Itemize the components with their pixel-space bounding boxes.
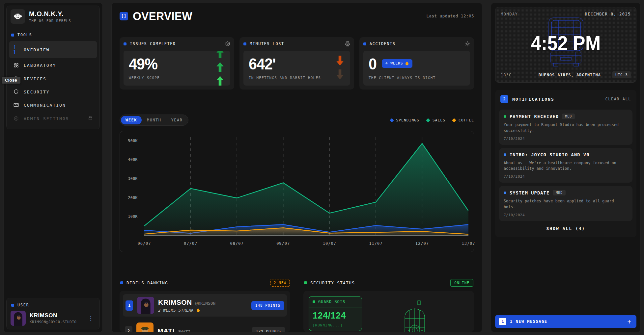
chart-canvas[interactable] [144,137,468,236]
legend-sales[interactable]: SALES [427,118,445,122]
x-tick-label: 07/07 [184,241,197,246]
trend-up-arrows-icon [216,51,224,86]
guard-bots-box: GUARD BOTS 124/124 [RUNNING...] [309,296,362,331]
badge-label: 4 WEEKS [385,61,403,65]
status-dot [504,192,506,194]
stat-card-accidents: ACCIDENTS 0 4 WEEKS [359,37,474,90]
legend-label: SALES [433,118,445,122]
user-avatar [11,311,26,326]
notification-title: PAYMENT RECEIVED [510,114,559,119]
sidebar-item-admin-settings[interactable]: ADMIN SETTINGS [9,112,97,125]
sidebar-item-label: OVERVIEW [24,47,50,52]
security-body: GUARD BOTS 124/124 [RUNNING...] FIREWALL [303,291,474,332]
ranking-title: REBELS RANKING [126,280,168,285]
ranking-row-1[interactable]: 1 KRIMSON @KRIMSON [123,294,287,317]
tools-section-label: TOOLS [7,27,99,40]
stat-title: ISSUES COMPLETED [130,41,176,46]
stats-row: ISSUES COMPLETED 49% WEEKLY SCOPE [120,37,474,90]
priority-badge: MED [562,114,575,119]
notifications-header: 2 NOTIFICATIONS CLEAR ALL [499,94,632,106]
green-square-icon [304,281,307,284]
tab-week[interactable]: WEEK [121,116,142,124]
rank-badge: 1 [126,300,133,311]
sidebar-item-overview[interactable]: [ ] OVERVIEW [9,41,97,58]
player-name: MATI [157,327,175,332]
new-message-bar[interactable]: 1 1 NEW MESSAGE + [495,315,636,328]
player-name: KRIMSON [158,298,192,306]
brackets-icon: [ ] [13,45,19,55]
ranking-row-2[interactable]: 2 MATI @MATI [123,321,287,332]
legend-coffee[interactable]: COFFEE [453,118,474,122]
bottom-panels: REBELS RANKING 2 NEW 1 [120,278,474,332]
user-info: KRIMSON KRIMSON@JOYCO.STUDIO [30,312,76,324]
notification-title: INTRO: JOYCO STUDIO AND V0 [510,152,590,157]
envelope-icon [13,102,19,108]
security-status-panel: SECURITY STATUS ONLINE GUARD BOTS 124/12… [303,278,474,332]
legend-label: COFFEE [459,118,474,122]
sidebar: M.O.N.K.Y. THE OS FOR REBELS TOOLS [ ] O… [3,3,103,332]
guard-bots-label: GUARD BOTS [318,299,345,304]
kebab-menu-icon[interactable]: ⋮ [86,314,96,323]
chart-controls: WEEK MONTH YEAR SPENDINGS SALES COFFEE [120,115,474,126]
user-card: USER KRIMSON KRIMSON@JOYCO.STUDIO ⋮ [6,298,100,329]
sidebar-top-card: M.O.N.K.Y. THE OS FOR REBELS TOOLS [ ] O… [6,6,100,129]
notification-system-update[interactable]: SYSTEM UPDATE MED Security patches have … [499,186,632,221]
clock-time: 4:52 PM [531,31,601,54]
guard-bots-state: [RUNNING...] [313,323,358,327]
trend-down-arrows-icon [336,55,344,86]
stat-card-header: ISSUES COMPLETED [124,41,230,46]
flame-icon [196,308,200,313]
player-handle: @KRIMSON [195,301,216,306]
notification-date: 7/10/2024 [504,174,628,179]
notification-count-badge: 2 [500,95,508,103]
x-tick-label: 12/07 [415,241,429,246]
user-name: KRIMSON [30,312,76,319]
points-badge: 148 POINTS [251,301,284,310]
stat-body: 49% WEEKLY SCOPE [124,51,230,86]
priority-badge: MED [553,190,566,195]
weeks-streak-badge: 4 WEEKS [382,59,412,68]
show-all-button[interactable]: SHOW ALL (4) [499,221,632,233]
page-title: OVERVIEW [133,9,192,22]
clock-widget: MONDAY DECEMBER 8, 2025 4:52 PM 18°C BUE… [495,7,636,83]
green-square-icon [313,300,315,303]
stat-card-minutes-lost: MINUTES LOST 642' IN MEETINGS AND RABBIT… [239,37,354,90]
stat-value: 642' [249,56,345,72]
chip-settings-icon[interactable] [345,41,350,46]
lock-icon [88,116,93,121]
plus-icon[interactable]: + [626,318,632,325]
stat-caption: WEEKLY SCOPE [129,76,225,80]
area-chart-panel: 100K200K300K400K500K 06/0707/0708/0709/0… [120,131,474,252]
notification-intro[interactable]: INTRO: JOYCO STUDIO AND V0 About us - We… [499,148,632,183]
sidebar-item-devices[interactable]: DEVICES [9,72,97,85]
notification-payment[interactable]: PAYMENT RECEIVED MED Your payment to Ram… [499,110,632,145]
app-root: M.O.N.K.Y. THE OS FOR REBELS TOOLS [ ] O… [0,0,644,335]
sidebar-item-communication[interactable]: COMMUNICATION [9,99,97,111]
legend-spendings[interactable]: SPENDINGS [390,118,419,122]
sidebar-item-laboratory[interactable]: LABORATORY [9,59,97,72]
stat-caption: THE CLIENT ALWAYS IS RIGHT [369,76,465,80]
flame-icon [405,61,409,66]
avatar [137,297,154,314]
stat-value: 0 [369,56,377,72]
sidebar-item-security[interactable]: SECURITY [9,86,97,98]
blue-square-icon [243,42,246,45]
clear-all-button[interactable]: CLEAR ALL [605,97,631,101]
sidebar-item-label: LABORATORY [24,63,56,68]
status-dot [504,153,506,156]
ranking-list: 1 KRIMSON @KRIMSON [120,291,290,332]
atom-icon [13,63,19,68]
stat-body: 0 4 WEEKS THE CLIENT ALWAYS IS RIGHT [363,51,470,86]
close-tooltip: Close [2,77,20,84]
tab-year[interactable]: YEAR [167,116,187,124]
x-tick-label: 06/07 [137,241,151,246]
hex-gear-icon [13,116,19,121]
player-handle: @MATI [178,330,191,332]
stat-title: ACCIDENTS [370,41,396,46]
sun-settings-icon[interactable] [465,41,470,46]
tab-month[interactable]: MONTH [142,116,166,124]
x-tick-label: 09/07 [276,241,290,246]
notification-body: About us - We're a healthcare company fo… [504,160,628,172]
hex-gear-icon[interactable] [225,41,230,46]
x-axis: 06/0707/0708/0709/0710/0711/0712/0713/07 [144,239,468,249]
